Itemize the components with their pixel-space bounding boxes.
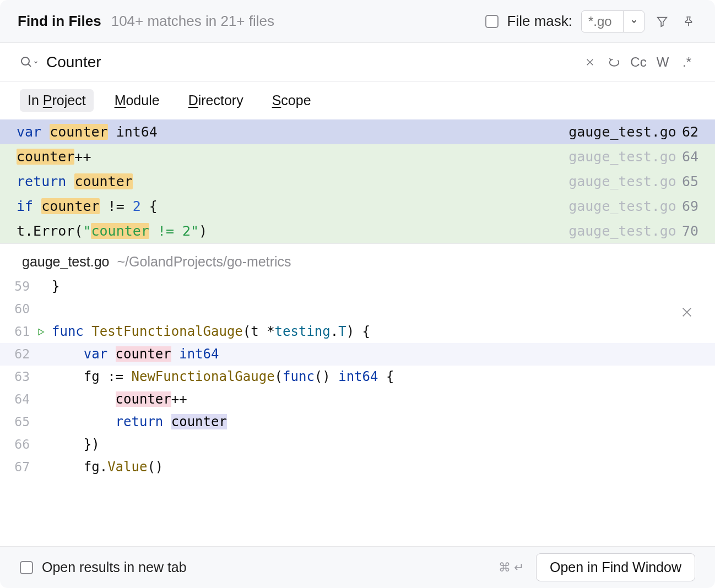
scope-tab[interactable]: Directory <box>181 89 251 112</box>
code-line: 64 counter++ <box>0 388 715 411</box>
file-mask-checkbox[interactable] <box>485 15 499 28</box>
regex-toggle[interactable]: .* <box>679 55 695 70</box>
search-icon[interactable] <box>20 56 39 69</box>
code-line: 59} <box>0 275 715 298</box>
open-find-window-button[interactable]: Open in Find Window <box>536 553 695 581</box>
svg-line-3 <box>28 64 31 67</box>
scope-tabs: In ProjectModuleDirectoryScope <box>0 81 715 119</box>
open-new-tab-label: Open results in new tab <box>42 559 187 575</box>
code-line: 62 var counter int64 <box>0 343 715 366</box>
preview-header: gauge_test.go ~/GolandProjects/go-metric… <box>0 243 715 275</box>
code-line: 60 <box>0 298 715 320</box>
code-line: 67 fg.Value() <box>0 456 715 478</box>
search-row: Cc W .* <box>0 43 715 81</box>
file-mask-label: File mask: <box>507 13 572 30</box>
svg-marker-0 <box>658 17 667 26</box>
clear-icon[interactable] <box>582 58 598 67</box>
close-icon[interactable] <box>681 303 693 315</box>
svg-marker-8 <box>39 329 44 335</box>
chevron-down-icon[interactable] <box>623 11 644 32</box>
scope-tab[interactable]: Scope <box>264 89 319 112</box>
result-row[interactable]: return countergauge_test.go65 <box>0 169 715 194</box>
code-line: 65 return counter <box>0 411 715 433</box>
words-toggle[interactable]: W <box>654 55 671 70</box>
code-line: 61func TestFunctionalGauge(t *testing.T)… <box>0 320 715 343</box>
dialog-title: Find in Files <box>18 13 101 30</box>
scope-tab[interactable]: In Project <box>20 89 94 112</box>
scope-tab[interactable]: Module <box>107 89 167 112</box>
results-list[interactable]: var counter int64gauge_test.go62counter+… <box>0 119 715 243</box>
title-bar: Find in Files 104+ matches in 21+ files … <box>0 0 715 43</box>
filter-icon[interactable] <box>653 13 671 30</box>
footer: Open results in new tab ⌘ ↵ Open in Find… <box>0 546 715 588</box>
result-row[interactable]: var counter int64gauge_test.go62 <box>0 119 715 144</box>
shortcut-hint: ⌘ ↵ <box>499 560 524 575</box>
file-mask-select[interactable] <box>581 10 644 32</box>
preview-file-path: ~/GolandProjects/go-metrics <box>117 254 291 270</box>
file-mask-input[interactable] <box>582 14 623 29</box>
result-row[interactable]: if counter != 2 {gauge_test.go69 <box>0 194 715 219</box>
match-count: 104+ matches in 21+ files <box>111 13 274 30</box>
history-icon[interactable] <box>606 56 622 68</box>
preview-file-name: gauge_test.go <box>22 254 109 270</box>
code-line: 63 fg := NewFunctionalGauge(func() int64… <box>0 366 715 388</box>
result-row[interactable]: t.Error("counter != 2")gauge_test.go70 <box>0 219 715 243</box>
search-input[interactable] <box>46 53 574 71</box>
pin-icon[interactable] <box>680 13 697 30</box>
result-row[interactable]: counter++gauge_test.go64 <box>0 144 715 169</box>
open-new-tab-checkbox[interactable] <box>20 561 33 574</box>
code-line: 66 }) <box>0 433 715 456</box>
match-case-toggle[interactable]: Cc <box>630 55 647 70</box>
svg-point-2 <box>21 57 29 65</box>
code-preview[interactable]: 59}6061func TestFunctionalGauge(t *testi… <box>0 275 715 478</box>
